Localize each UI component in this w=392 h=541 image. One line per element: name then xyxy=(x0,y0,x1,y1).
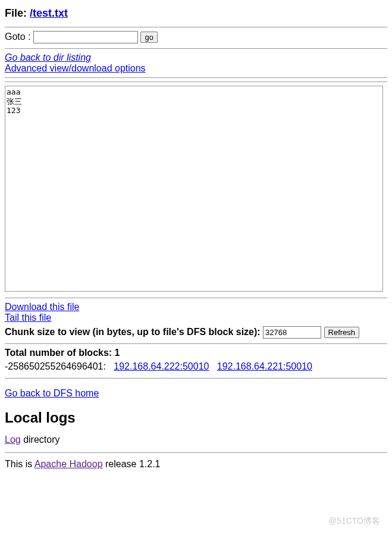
tail-file-link[interactable]: Tail this file xyxy=(5,312,51,323)
log-link[interactable]: Log xyxy=(5,434,21,445)
replica-link-2[interactable]: 192.168.64.221:50010 xyxy=(217,361,312,371)
advanced-view-link[interactable]: Advanced view/download options xyxy=(5,63,146,73)
chunk-row: Chunk size to view (in bytes, up to file… xyxy=(5,326,387,339)
back-dir-link[interactable]: Go back to dir listing xyxy=(5,52,91,62)
file-contents[interactable] xyxy=(5,86,383,292)
dfs-home-row: Go back to DFS home xyxy=(5,388,387,399)
log-directory-row: Log directory xyxy=(5,434,387,445)
block-id: -258650255264696401: xyxy=(5,361,106,371)
blocks-count-label: Total number of blocks: 1 xyxy=(5,348,120,358)
download-links: Download this file Tail this file xyxy=(5,302,387,323)
divider xyxy=(5,298,387,298)
divider xyxy=(5,343,387,344)
goto-label: Goto : xyxy=(5,32,33,42)
divider xyxy=(5,48,387,49)
file-prefix: File: xyxy=(5,7,30,19)
apache-hadoop-link[interactable]: Apache Hadoop xyxy=(35,459,103,469)
chunk-label: Chunk size to view (in bytes, up to file… xyxy=(5,327,263,337)
goto-input[interactable] xyxy=(33,31,138,43)
divider xyxy=(5,378,387,379)
download-file-link[interactable]: Download this file xyxy=(5,302,79,312)
replica-link-1[interactable]: 192.168.64.222:50010 xyxy=(114,361,209,371)
nav-links: Go back to dir listing Advanced view/dow… xyxy=(5,52,387,74)
directory-text: directory xyxy=(21,434,60,445)
divider xyxy=(5,452,387,453)
file-path-link[interactable]: /test.txt xyxy=(30,7,68,19)
blocks-section: Total number of blocks: 1 xyxy=(5,348,387,358)
block-row: -258650255264696401: 192.168.64.222:5001… xyxy=(5,361,387,372)
divider xyxy=(5,82,387,82)
dfs-home-link[interactable]: Go back to DFS home xyxy=(5,388,99,398)
footer-prefix: This is xyxy=(5,459,35,469)
page-title: File: /test.txt xyxy=(5,7,387,20)
footer: This is Apache Hadoop release 1.2.1 xyxy=(5,459,387,470)
local-logs-heading: Local logs xyxy=(5,409,387,426)
footer-suffix: release 1.2.1 xyxy=(103,459,161,469)
chunk-size-input[interactable] xyxy=(263,326,321,339)
go-button[interactable]: go xyxy=(140,32,157,43)
divider xyxy=(5,27,387,27)
goto-row: Goto : go xyxy=(5,31,387,43)
refresh-button[interactable]: Refresh xyxy=(324,327,360,338)
divider xyxy=(5,77,387,78)
